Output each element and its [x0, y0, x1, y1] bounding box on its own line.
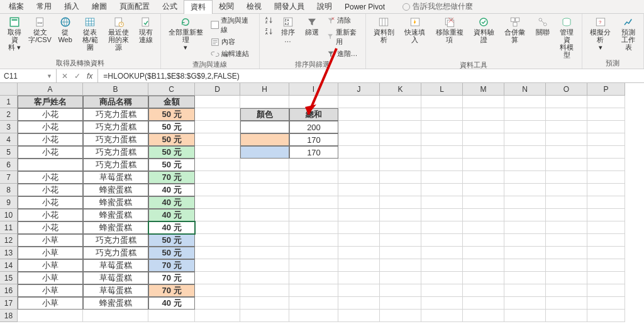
cell-C2[interactable]: 50 元 — [148, 108, 195, 121]
cell-I10[interactable] — [289, 209, 338, 221]
cell-D13[interactable] — [195, 247, 240, 259]
cell-D15[interactable] — [195, 272, 240, 284]
cell-M12[interactable] — [463, 234, 504, 247]
consolidate-button[interactable]: 合併彙算 — [501, 15, 530, 45]
cell-C12[interactable]: 50 元 — [148, 234, 195, 247]
cell-C10[interactable]: 40 元 — [148, 209, 195, 221]
cell-C11[interactable]: 40 元 — [148, 221, 195, 234]
text-to-columns-button[interactable]: 資料剖析 — [370, 15, 399, 45]
cell-K11[interactable] — [380, 221, 421, 234]
cancel-icon[interactable]: ✕ — [62, 72, 68, 81]
col-head-M[interactable]: M — [463, 83, 504, 96]
row-head-4[interactable]: 4 — [0, 133, 18, 146]
col-head-D[interactable]: D — [195, 83, 240, 96]
cell-K13[interactable] — [380, 247, 421, 259]
cell-K8[interactable] — [380, 184, 421, 196]
cell-J16[interactable] — [338, 284, 380, 297]
spreadsheet-grid[interactable]: ABCDHIJKLMNOP1客戶姓名商品名稱金額2小花巧克力蛋糕50 元顏色總和… — [0, 83, 644, 322]
cell-M14[interactable] — [463, 259, 504, 272]
cell-O5[interactable] — [546, 146, 587, 159]
cell-O8[interactable] — [546, 184, 587, 196]
cell-B3[interactable]: 巧克力蛋糕 — [83, 121, 148, 133]
tell-me[interactable]: 告訴我您想做什麼 — [402, 1, 473, 12]
cell-P3[interactable] — [587, 121, 625, 133]
cell-A1[interactable]: 客戶姓名 — [18, 96, 83, 108]
cell-A15[interactable]: 小草 — [18, 272, 83, 284]
sort-az-button[interactable]: AZ — [264, 15, 275, 25]
cell-D9[interactable] — [195, 196, 240, 209]
cell-J3[interactable] — [338, 121, 380, 133]
cell-H9[interactable] — [240, 196, 289, 209]
cell-M6[interactable] — [463, 159, 504, 171]
cell-N6[interactable] — [504, 159, 546, 171]
cell-M5[interactable] — [463, 146, 504, 159]
cell-K6[interactable] — [380, 159, 421, 171]
cell-H1[interactable] — [240, 96, 289, 108]
cell-N13[interactable] — [504, 247, 546, 259]
cell-J6[interactable] — [338, 159, 380, 171]
formula-input[interactable]: =HLOOKUP($B11,$E$8:$G$9,2,FALSE) — [98, 69, 644, 82]
cell-P18[interactable] — [587, 310, 625, 322]
cell-A10[interactable]: 小花 — [18, 209, 83, 221]
cell-B13[interactable]: 巧克力蛋糕 — [83, 247, 148, 259]
cell-K2[interactable] — [380, 108, 421, 121]
cell-B2[interactable]: 巧克力蛋糕 — [83, 108, 148, 121]
cell-P13[interactable] — [587, 247, 625, 259]
cell-C6[interactable]: 50 元 — [148, 159, 195, 171]
cell-J9[interactable] — [338, 196, 380, 209]
cell-O9[interactable] — [546, 196, 587, 209]
cell-L6[interactable] — [421, 159, 463, 171]
queries-conn-button[interactable]: 查詢與連線 — [209, 15, 255, 35]
col-head-J[interactable]: J — [338, 83, 380, 96]
cell-A14[interactable]: 小草 — [18, 259, 83, 272]
row-head-9[interactable]: 9 — [0, 196, 18, 209]
cell-I7[interactable] — [289, 171, 338, 184]
cell-D7[interactable] — [195, 171, 240, 184]
col-head-K[interactable]: K — [380, 83, 421, 96]
from-table-button[interactable]: 從表格/範圍 — [79, 15, 102, 52]
cell-I17[interactable] — [289, 297, 338, 310]
cell-A6[interactable] — [18, 159, 83, 171]
cell-P17[interactable] — [587, 297, 625, 310]
cell-C15[interactable]: 70 元 — [148, 272, 195, 284]
cell-H15[interactable] — [240, 272, 289, 284]
cell-C16[interactable]: 70 元 — [148, 284, 195, 297]
col-head-A[interactable]: A — [18, 83, 83, 96]
cell-J14[interactable] — [338, 259, 380, 272]
cell-H7[interactable] — [240, 171, 289, 184]
cell-I14[interactable] — [289, 259, 338, 272]
row-head-3[interactable]: 3 — [0, 121, 18, 133]
cell-H11[interactable] — [240, 221, 289, 234]
cell-J11[interactable] — [338, 221, 380, 234]
cell-C8[interactable]: 40 元 — [148, 184, 195, 196]
cell-A17[interactable]: 小草 — [18, 297, 83, 310]
col-head-O[interactable]: O — [546, 83, 587, 96]
cell-A2[interactable]: 小花 — [18, 108, 83, 121]
cell-P14[interactable] — [587, 259, 625, 272]
cell-D11[interactable] — [195, 221, 240, 234]
cell-M3[interactable] — [463, 121, 504, 133]
cell-I18[interactable] — [289, 310, 338, 322]
whatif-button[interactable]: ?模擬分析▾ — [586, 15, 615, 52]
cell-A3[interactable]: 小花 — [18, 121, 83, 133]
col-head-B[interactable]: B — [83, 83, 148, 96]
cell-C4[interactable]: 50 元 — [148, 133, 195, 146]
cell-O11[interactable] — [546, 221, 587, 234]
cell-B8[interactable]: 蜂蜜蛋糕 — [83, 184, 148, 196]
cell-H14[interactable] — [240, 259, 289, 272]
cell-O17[interactable] — [546, 297, 587, 310]
cell-K12[interactable] — [380, 234, 421, 247]
cell-L1[interactable] — [421, 96, 463, 108]
cell-H8[interactable] — [240, 184, 289, 196]
cell-H2[interactable]: 顏色 — [240, 108, 289, 121]
row-head-17[interactable]: 17 — [0, 297, 18, 310]
cell-B5[interactable]: 巧克力蛋糕 — [83, 146, 148, 159]
cell-I1[interactable] — [289, 96, 338, 108]
col-head-H[interactable]: H — [240, 83, 289, 96]
sort-za-button[interactable]: ZA — [264, 26, 275, 36]
tab-data[interactable]: 資料 — [184, 0, 213, 14]
cell-B16[interactable]: 草莓蛋糕 — [83, 284, 148, 297]
tab-powerpivot[interactable]: Power Pivot — [338, 1, 391, 13]
cell-P11[interactable] — [587, 221, 625, 234]
flash-fill-button[interactable]: 快速填入 — [401, 15, 430, 45]
